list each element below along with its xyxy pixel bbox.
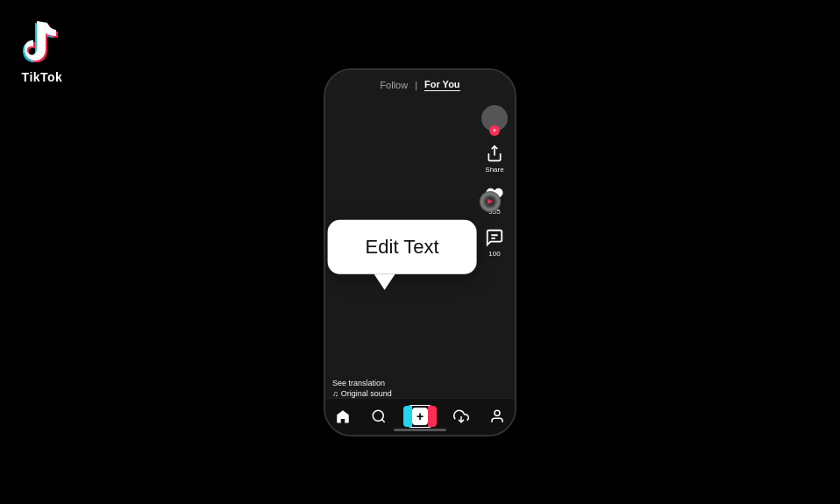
home-indicator [394,429,446,431]
phone-mockup: Follow | For You Edit Text Share [324,68,516,437]
share-icon [483,142,506,165]
original-sound[interactable]: ♫ Original sound [332,389,392,398]
nav-create[interactable]: + [406,405,434,428]
tiktok-label: TikTok [22,70,63,84]
edit-text-label: Edit Text [366,235,439,257]
creator-avatar[interactable] [481,105,508,131]
phone-top-nav: Follow | For You [325,70,515,96]
tiktok-logo: TikTok [16,16,68,84]
nav-inbox[interactable] [453,408,469,424]
comments-count: 100 [488,250,500,258]
comments-action[interactable]: 100 [483,226,506,258]
edit-text-bubble[interactable]: Edit Text [328,219,477,273]
nav-follow[interactable]: Follow [380,80,408,90]
music-note-icon: ♫ [332,389,338,398]
nav-for-you[interactable]: For You [424,79,460,91]
share-label: Share [485,166,503,174]
nav-home[interactable] [335,408,351,424]
plus-icon: + [412,408,428,425]
phone-screen: Follow | For You Edit Text Share [325,70,515,435]
nav-search[interactable] [371,408,387,424]
music-disc[interactable] [480,191,501,212]
svg-line-4 [381,419,384,422]
phone-bottom-info: See translation ♫ Original sound [332,379,392,398]
comments-icon [483,226,506,249]
tiktok-logo-icon [16,16,68,68]
see-translation[interactable]: See translation [332,379,392,387]
svg-point-6 [495,410,500,415]
nav-divider: | [415,80,417,90]
nav-profile[interactable] [489,408,505,424]
svg-point-3 [373,410,383,421]
share-action[interactable]: Share [483,142,506,174]
phone-actions-sidebar: Share 555 [481,105,508,258]
